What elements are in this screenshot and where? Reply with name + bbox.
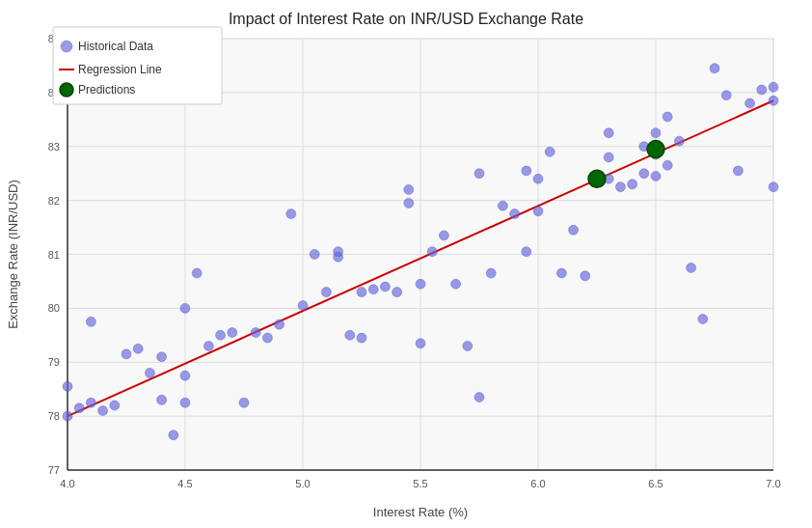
- svg-point-73: [368, 285, 378, 294]
- svg-text:79: 79: [48, 356, 60, 368]
- svg-point-115: [769, 182, 778, 192]
- svg-point-96: [581, 271, 590, 281]
- svg-text:82: 82: [48, 195, 60, 207]
- svg-point-88: [510, 209, 520, 219]
- svg-point-104: [651, 171, 661, 181]
- svg-text:7.0: 7.0: [766, 478, 780, 489]
- svg-point-124: [61, 41, 72, 52]
- svg-text:Historical Data: Historical Data: [78, 40, 153, 53]
- svg-point-101: [628, 180, 637, 189]
- svg-point-75: [392, 288, 402, 297]
- svg-point-91: [533, 174, 543, 183]
- svg-point-71: [357, 333, 366, 343]
- svg-point-107: [687, 263, 696, 272]
- svg-point-86: [486, 268, 496, 278]
- svg-point-116: [651, 128, 661, 138]
- svg-point-51: [157, 395, 167, 404]
- svg-point-112: [745, 98, 755, 108]
- svg-point-70: [345, 330, 355, 340]
- svg-point-114: [769, 96, 778, 105]
- svg-point-80: [427, 247, 437, 257]
- svg-point-77: [404, 184, 414, 194]
- svg-point-58: [216, 330, 226, 340]
- svg-point-52: [169, 431, 178, 440]
- svg-point-66: [310, 250, 319, 260]
- svg-point-119: [604, 153, 613, 162]
- svg-text:78: 78: [48, 410, 60, 422]
- svg-point-62: [262, 333, 272, 343]
- svg-point-121: [588, 170, 606, 187]
- svg-point-90: [522, 247, 531, 257]
- scatter-chart: 4.04.55.05.56.06.57.0777879808182838485I…: [0, 0, 812, 528]
- svg-point-67: [321, 288, 331, 297]
- svg-point-84: [474, 169, 484, 179]
- svg-point-47: [122, 349, 131, 359]
- svg-point-89: [522, 166, 531, 176]
- svg-point-56: [192, 268, 202, 278]
- svg-point-44: [86, 317, 95, 326]
- svg-point-83: [463, 341, 473, 350]
- svg-point-120: [769, 82, 778, 92]
- svg-point-54: [180, 371, 190, 380]
- svg-text:Exchange Rate (INR/USD): Exchange Rate (INR/USD): [6, 180, 20, 329]
- svg-text:6.0: 6.0: [530, 478, 545, 489]
- svg-point-92: [533, 207, 543, 216]
- svg-point-55: [180, 398, 190, 407]
- svg-point-74: [380, 282, 390, 292]
- svg-point-61: [251, 328, 260, 338]
- svg-point-53: [180, 303, 190, 313]
- svg-point-110: [721, 91, 731, 100]
- svg-point-81: [439, 231, 448, 240]
- svg-point-100: [615, 182, 625, 192]
- svg-point-122: [647, 141, 664, 158]
- svg-point-82: [451, 279, 461, 289]
- svg-point-98: [604, 128, 613, 138]
- svg-point-64: [286, 209, 296, 219]
- svg-point-118: [639, 169, 649, 179]
- svg-point-93: [545, 147, 555, 156]
- svg-point-41: [63, 411, 72, 421]
- svg-text:Regression Line: Regression Line: [78, 63, 162, 76]
- svg-point-60: [239, 398, 249, 407]
- svg-point-42: [74, 403, 84, 413]
- svg-point-94: [556, 268, 566, 278]
- svg-point-78: [416, 279, 425, 289]
- svg-point-85: [474, 393, 484, 403]
- svg-point-50: [157, 352, 167, 362]
- svg-point-108: [698, 315, 708, 324]
- svg-point-49: [145, 368, 154, 377]
- svg-text:80: 80: [48, 302, 60, 314]
- svg-point-65: [298, 301, 308, 311]
- svg-point-117: [663, 112, 672, 122]
- svg-point-106: [674, 136, 684, 146]
- svg-point-59: [228, 328, 237, 338]
- svg-text:Predictions: Predictions: [78, 83, 135, 97]
- svg-text:4.5: 4.5: [177, 478, 192, 489]
- svg-point-45: [98, 406, 108, 416]
- svg-point-40: [63, 381, 72, 391]
- svg-text:5.0: 5.0: [295, 478, 310, 489]
- svg-point-109: [710, 64, 719, 73]
- svg-text:5.5: 5.5: [413, 478, 427, 489]
- svg-point-79: [416, 339, 425, 348]
- svg-point-57: [203, 341, 213, 350]
- svg-point-69: [334, 247, 343, 257]
- svg-text:81: 81: [48, 249, 60, 261]
- svg-point-87: [498, 201, 507, 210]
- svg-point-128: [60, 83, 73, 97]
- svg-text:6.5: 6.5: [648, 478, 663, 489]
- svg-point-63: [275, 320, 284, 329]
- svg-point-95: [569, 225, 579, 235]
- chart-container: 4.04.55.05.56.06.57.0777879808182838485I…: [0, 0, 812, 528]
- svg-text:4.0: 4.0: [60, 478, 74, 489]
- svg-point-111: [733, 166, 743, 176]
- svg-point-43: [86, 398, 95, 407]
- svg-point-113: [757, 85, 767, 95]
- svg-point-48: [133, 344, 143, 353]
- svg-point-105: [663, 160, 672, 170]
- svg-point-76: [404, 198, 414, 208]
- svg-point-72: [357, 288, 366, 297]
- svg-text:Interest Rate (%): Interest Rate (%): [373, 505, 468, 519]
- svg-text:77: 77: [48, 464, 60, 476]
- svg-text:83: 83: [48, 141, 60, 153]
